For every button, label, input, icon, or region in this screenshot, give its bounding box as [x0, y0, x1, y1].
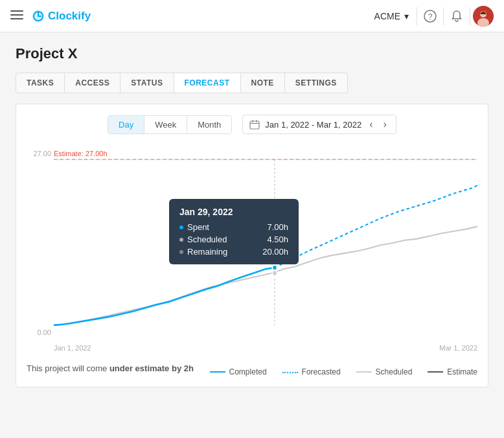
completed-line-icon — [210, 371, 225, 373]
help-button[interactable]: ? — [420, 6, 441, 27]
chart-controls: Day Week Month Jan 1, 2022 - Mar 1, 2022… — [27, 115, 477, 134]
legend-scheduled: Scheduled — [356, 367, 413, 376]
tab-forecast[interactable]: FORECAST — [174, 73, 241, 93]
divider — [443, 7, 444, 25]
estimate-label: Estimate — [447, 367, 477, 376]
logo-text: Clockify — [48, 10, 91, 23]
tab-settings[interactable]: SETTINGS — [285, 73, 348, 93]
workspace-selector[interactable]: ACME ▾ — [369, 8, 414, 24]
y-max-label: 27.00 — [27, 150, 51, 157]
menu-icon[interactable] — [10, 8, 23, 24]
user-avatar[interactable] — [473, 6, 494, 27]
tab-access[interactable]: ACCESS — [65, 73, 120, 93]
workspace-label: ACME — [374, 11, 400, 21]
svg-rect-1 — [10, 14, 23, 16]
tab-note[interactable]: NOTE — [241, 73, 285, 93]
estimate-note: This project will come under estimate by… — [27, 363, 194, 373]
app-logo: Clockify — [31, 9, 91, 23]
view-week-button[interactable]: Week — [144, 116, 187, 133]
view-month-button[interactable]: Month — [187, 116, 231, 133]
legend-completed: Completed — [210, 367, 267, 376]
chart-area: Estimate: 27.00h 27.00 0.00 — [27, 147, 477, 354]
chart-svg — [54, 147, 477, 339]
note-prefix: This project will come — [27, 363, 109, 373]
completed-label: Completed — [229, 367, 267, 376]
legend-forecasted: Forecasted — [282, 367, 341, 376]
date-range-label: Jan 1, 2022 - Mar 1, 2022 — [265, 120, 361, 130]
app-header: Clockify ACME ▾ ? — [0, 0, 504, 32]
svg-rect-2 — [10, 18, 23, 19]
view-toggle: Day Week Month — [108, 115, 232, 134]
view-day-button[interactable]: Day — [108, 116, 144, 133]
divider — [417, 7, 417, 25]
scheduled-label: Scheduled — [376, 367, 413, 376]
main-page: Project X TASKS ACCESS STATUS FORECAST N… — [0, 32, 504, 400]
svg-point-20 — [272, 270, 277, 275]
estimate-line-icon — [428, 371, 443, 373]
tab-status[interactable]: STATUS — [120, 73, 174, 93]
legend-estimate: Estimate — [428, 367, 477, 376]
forecasted-label: Forecasted — [302, 367, 341, 376]
x-end-label: Mar 1, 2022 — [439, 344, 477, 352]
notifications-button[interactable] — [446, 6, 467, 27]
project-tabs: TASKS ACCESS STATUS FORECAST NOTE SETTIN… — [16, 73, 488, 93]
forecast-chart-card: Day Week Month Jan 1, 2022 - Mar 1, 2022… — [16, 104, 488, 387]
chart-footer: This project will come under estimate by… — [27, 360, 477, 376]
svg-rect-0 — [10, 10, 23, 12]
y-min-label: 0.00 — [27, 328, 51, 336]
x-start-label: Jan 1, 2022 — [54, 344, 91, 352]
next-date-button[interactable]: › — [381, 119, 389, 130]
svg-text:?: ? — [428, 12, 433, 21]
forecasted-line-icon — [282, 372, 298, 373]
prev-date-button[interactable]: ‹ — [367, 119, 375, 130]
estimate-label: Estimate: 27.00h — [54, 150, 108, 157]
date-range-selector[interactable]: Jan 1, 2022 - Mar 1, 2022 ‹ › — [242, 115, 396, 134]
chevron-down-icon: ▾ — [404, 11, 409, 21]
note-highlight: under estimate by 2h — [109, 363, 194, 373]
divider — [470, 7, 470, 25]
page-title: Project X — [16, 45, 488, 62]
svg-point-19 — [272, 265, 277, 270]
tab-tasks[interactable]: TASKS — [16, 73, 65, 93]
svg-rect-12 — [250, 121, 259, 129]
calendar-icon — [249, 119, 260, 130]
chart-legend: Completed Forecasted Scheduled Estimate — [210, 367, 477, 376]
scheduled-line-icon — [356, 371, 372, 373]
